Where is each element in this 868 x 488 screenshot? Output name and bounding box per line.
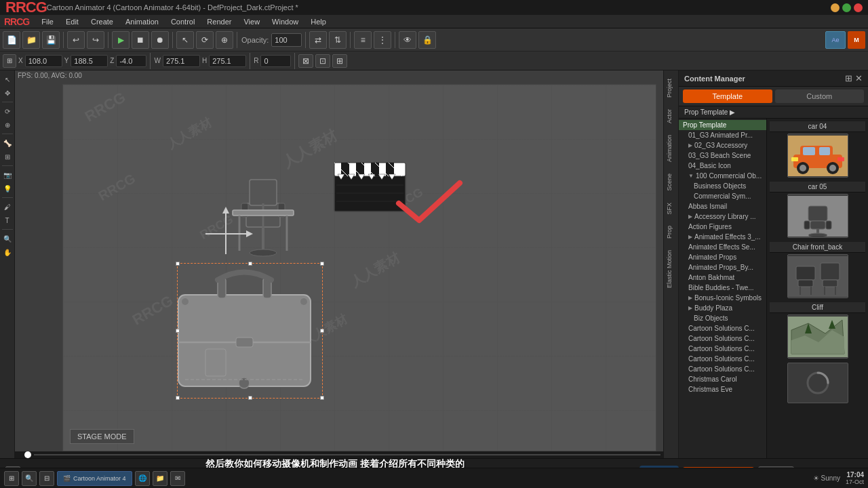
tree-accessory-lib[interactable]: ▶ Accessory Library ... — [679, 211, 766, 222]
cliff-thumbnail[interactable] — [787, 314, 848, 359]
ae-button[interactable]: Ae — [825, 31, 846, 49]
handle-mr[interactable] — [320, 329, 324, 333]
w-input[interactable] — [163, 55, 200, 67]
ca4-taskbar-item[interactable]: 🎬 Cartoon Animator 4 — [57, 471, 132, 486]
maximize-button[interactable] — [842, 3, 851, 12]
tree-cs-4[interactable]: Cartoon Solutions C... — [679, 354, 766, 364]
light-tool[interactable]: 💡 — [1, 182, 14, 195]
mail-button[interactable]: ✉ — [170, 471, 185, 486]
open-button[interactable]: 📁 — [22, 31, 40, 49]
tree-biz-objects[interactable]: Biz Objects — [679, 313, 766, 323]
save-button[interactable]: 💾 — [42, 31, 60, 49]
tab-project[interactable]: Project — [665, 73, 678, 103]
tree-animated-props[interactable]: Animated Props — [679, 252, 766, 262]
menu-animation[interactable]: Animation — [120, 16, 164, 27]
tree-animated-effects-3[interactable]: ▶ Animated Effects 3_... — [679, 232, 766, 242]
cm-breadcrumb[interactable]: Prop Template ▶ — [679, 106, 868, 119]
anchor-button[interactable]: ⊡ — [315, 54, 330, 68]
menu-file[interactable]: File — [36, 16, 59, 27]
tree-cs-1[interactable]: Cartoon Solutions C... — [679, 323, 766, 333]
thumb-chair[interactable]: Chair front_back — [770, 242, 865, 298]
thumb-car05[interactable]: car 05 — [770, 182, 865, 238]
tree-cs-3[interactable]: Cartoon Solutions C... — [679, 344, 766, 354]
chair-thumbnail[interactable] — [787, 254, 848, 298]
menu-window[interactable]: Window — [267, 16, 304, 27]
flip-h-button[interactable]: ⇄ — [309, 31, 327, 49]
checkmark-object[interactable] — [395, 176, 463, 230]
thumb-car04[interactable]: car 04 — [770, 121, 865, 178]
tree-animated-props-by[interactable]: Animated Props_By... — [679, 262, 766, 272]
tree-buddy-plaza[interactable]: ▶ Buddy Plaza — [679, 303, 766, 313]
tree-abbas[interactable]: Abbas Ismail — [679, 201, 766, 211]
car04-thumbnail[interactable] — [787, 134, 848, 178]
tree-christmas-eve[interactable]: Christmas Eve — [679, 384, 766, 394]
timeline-scrubber[interactable] — [15, 451, 663, 458]
transform-icon[interactable]: ⊞ — [3, 54, 16, 68]
tab-prop[interactable]: Prop — [665, 220, 678, 244]
tree-g3-beach[interactable]: 03_G3 Beach Scene — [679, 150, 766, 161]
minimize-button[interactable] — [831, 3, 840, 12]
rotate-tool-left[interactable]: ⟳ — [1, 105, 14, 117]
menu-create[interactable]: Create — [85, 16, 119, 27]
tree-g3-animated[interactable]: 01_G3 Animated Pr... — [679, 130, 766, 140]
text-tool[interactable]: T — [1, 214, 14, 226]
tree-commercial-sym[interactable]: Commercial Sym... — [679, 191, 766, 201]
moho-button[interactable]: M — [848, 31, 865, 49]
new-button[interactable]: 📄 — [3, 31, 20, 49]
chrome-button[interactable]: 🌐 — [135, 471, 150, 486]
pivot-button[interactable]: ⊠ — [298, 54, 313, 68]
x-input[interactable] — [25, 55, 62, 67]
camera-tool[interactable]: 📷 — [1, 169, 14, 181]
timeline-playhead[interactable] — [24, 451, 31, 458]
timeline-track[interactable] — [34, 454, 660, 455]
tree-bible-buddies[interactable]: Bible Buddies - Twe... — [679, 283, 766, 293]
scale-tool[interactable]: ⊕ — [216, 31, 233, 49]
hand-tool[interactable]: ✋ — [1, 246, 14, 258]
record-button[interactable]: ⏺ — [151, 31, 169, 49]
canvas-area[interactable]: FPS: 0.00, AVG: 0.00 RRCG 人人素材 RRCG 人人素材… — [15, 70, 663, 458]
tab-scene[interactable]: Scene — [665, 168, 678, 197]
tree-prop-template[interactable]: Prop Template — [679, 120, 766, 130]
r-input[interactable] — [260, 55, 291, 67]
cursor-tool[interactable]: ↖ — [176, 31, 194, 49]
taskview-button[interactable]: ⊟ — [39, 471, 54, 486]
tree-bonus-iconic[interactable]: ▶ Bonus-Iconic Symbols — [679, 293, 766, 303]
thumb-cliff[interactable]: Cliff — [770, 302, 865, 359]
ik-tool[interactable]: ⊞ — [1, 150, 14, 163]
search-button[interactable]: 🔍 — [22, 471, 37, 486]
z-input[interactable] — [116, 55, 146, 67]
distribute-button[interactable]: ⋮ — [374, 31, 391, 49]
tab-animation[interactable]: Animation — [665, 129, 678, 167]
start-button[interactable]: ⊞ — [4, 471, 19, 486]
handle-br[interactable] — [320, 396, 324, 400]
tree-cs-2[interactable]: Cartoon Solutions C... — [679, 333, 766, 344]
redo-button[interactable]: ↪ — [87, 31, 104, 49]
close-button[interactable] — [854, 3, 863, 12]
h-input[interactable] — [209, 55, 246, 67]
rotate-tool[interactable]: ⟳ — [196, 31, 214, 49]
bone-tool[interactable]: 🦴 — [1, 137, 14, 149]
tree-g3-accessory[interactable]: ▶ 02_G3 Accessory — [679, 140, 766, 150]
handle-tr[interactable] — [320, 262, 324, 266]
tree-100-commercial[interactable]: ▼ 100 Commercial Ob... — [679, 171, 766, 181]
tree-business-objects[interactable]: Business Objects — [679, 181, 766, 191]
move-tool[interactable]: ✥ — [1, 87, 14, 99]
tab-sfx[interactable]: SFX — [665, 197, 678, 220]
tab-elastic-motion[interactable]: Elastic Motion — [665, 245, 678, 293]
menu-edit[interactable]: Edit — [60, 16, 84, 27]
thumb5-image[interactable] — [787, 363, 848, 403]
menu-help[interactable]: Help — [305, 16, 332, 27]
thumb-5th[interactable] — [770, 363, 865, 403]
stop-button[interactable]: ⏹ — [132, 31, 149, 49]
menu-view[interactable]: View — [238, 16, 265, 27]
opacity-input[interactable] — [271, 33, 302, 47]
template-tab[interactable]: Template — [683, 89, 772, 103]
stage-mode-label[interactable]: STAGE MODE — [70, 429, 134, 444]
lock-button[interactable]: 🔒 — [418, 31, 436, 49]
zoom-tool[interactable]: 🔍 — [1, 232, 14, 245]
cm-close-button[interactable]: ✕ — [855, 73, 863, 83]
menu-render[interactable]: Render — [201, 16, 237, 27]
grid-button[interactable]: ⊞ — [332, 54, 347, 68]
canvas-viewport[interactable]: RRCG 人人素材 RRCG 人人素材 RRCG 人人素材 RRCG RRCG … — [62, 84, 656, 451]
custom-tab[interactable]: Custom — [775, 89, 865, 103]
